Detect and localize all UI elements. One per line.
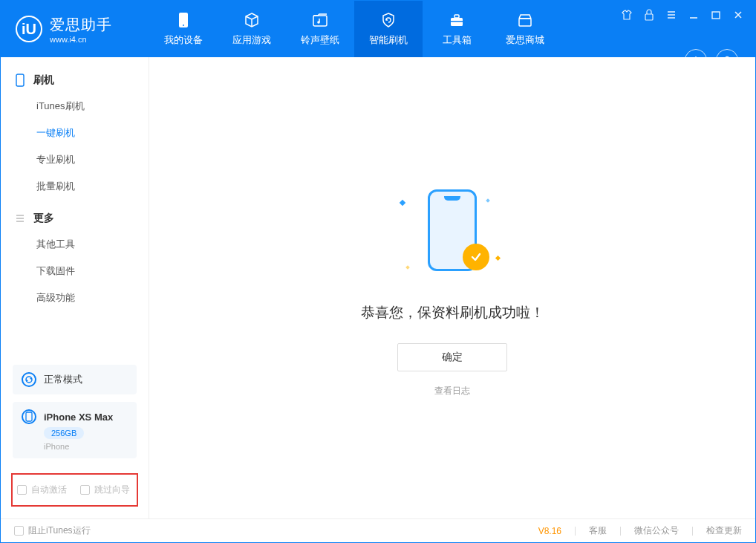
- sidebar-nav: 刷机 iTunes刷机 一键刷机 专业刷机 批量刷机 更多 其他工具 下载固件 …: [1, 57, 149, 357]
- sparkle-icon: [486, 198, 490, 203]
- device-name: iPhone XS Max: [44, 412, 113, 423]
- app-window: iU 爱思助手 www.i4.cn 我的设备 应用游戏 铃声壁纸 智能刷机: [0, 0, 756, 543]
- group-label: 更多: [33, 212, 54, 225]
- shirt-icon[interactable]: [619, 7, 635, 23]
- device-card[interactable]: iPhone XS Max 256GB iPhone: [13, 402, 137, 458]
- tab-label: 我的设备: [164, 33, 203, 47]
- svg-rect-6: [451, 21, 463, 22]
- logo-area: iU 爱思助手 www.i4.cn: [1, 1, 149, 57]
- ok-button[interactable]: 确定: [397, 343, 507, 371]
- device-phone-icon: [22, 409, 36, 424]
- svg-rect-2: [313, 16, 327, 26]
- sub-one-click-flash[interactable]: 一键刷机: [1, 120, 149, 146]
- tab-label: 爱思商城: [506, 33, 544, 47]
- body: 刷机 iTunes刷机 一键刷机 专业刷机 批量刷机 更多 其他工具 下载固件 …: [1, 57, 755, 518]
- group-more[interactable]: 更多: [1, 206, 149, 231]
- footer: 阻止iTunes运行 V8.16 客服 微信公众号 检查更新: [1, 518, 755, 542]
- sidebar-devices: 正常模式 iPhone XS Max 256GB iPhone: [1, 357, 149, 466]
- phone-outline-icon: [14, 74, 26, 86]
- sub-other-tools[interactable]: 其他工具: [1, 231, 149, 258]
- mode-label: 正常模式: [44, 373, 82, 386]
- sub-pro-flash[interactable]: 专业刷机: [1, 146, 149, 173]
- checkbox-label: 跳过向导: [94, 484, 130, 496]
- sparkle-icon: [495, 256, 501, 261]
- device-storage-badge: 256GB: [44, 427, 84, 439]
- checkbox-icon: [14, 526, 24, 536]
- tab-apps[interactable]: 应用游戏: [218, 1, 286, 57]
- tab-store[interactable]: 爱思商城: [491, 1, 559, 57]
- checkbox-label: 自动激活: [31, 484, 67, 496]
- svg-rect-7: [519, 19, 531, 26]
- sub-advanced[interactable]: 高级功能: [1, 284, 149, 311]
- logo-badge-icon: iU: [16, 16, 42, 42]
- logo-title: 爱思助手: [50, 15, 112, 35]
- skip-guide-checkbox[interactable]: 跳过向导: [80, 484, 130, 496]
- support-link[interactable]: 客服: [589, 524, 607, 537]
- store-icon: [516, 11, 534, 29]
- checkbox-label: 阻止iTunes运行: [28, 524, 91, 537]
- sub-itunes-flash[interactable]: iTunes刷机: [1, 93, 149, 120]
- wechat-link[interactable]: 微信公众号: [634, 524, 679, 537]
- svg-rect-9: [712, 12, 720, 19]
- sub-batch-flash[interactable]: 批量刷机: [1, 173, 149, 200]
- maximize-button[interactable]: [708, 7, 724, 23]
- cube-icon: [243, 11, 261, 29]
- tab-my-device[interactable]: 我的设备: [149, 1, 218, 57]
- group-label: 刷机: [33, 74, 54, 87]
- top-tabs: 我的设备 应用游戏 铃声壁纸 智能刷机 工具箱 爱思商城: [149, 1, 559, 57]
- menu-icon[interactable]: [663, 7, 680, 23]
- header: iU 爱思助手 www.i4.cn 我的设备 应用游戏 铃声壁纸 智能刷机: [1, 1, 755, 57]
- divider: [620, 527, 621, 536]
- list-icon: [14, 212, 26, 224]
- shield-refresh-icon: [379, 11, 397, 29]
- lock-icon[interactable]: [641, 7, 657, 23]
- tab-label: 智能刷机: [369, 33, 408, 47]
- header-controls: [619, 1, 755, 57]
- svg-point-1: [183, 25, 184, 26]
- success-illustration: [385, 178, 519, 282]
- svg-rect-12: [26, 412, 32, 421]
- tab-ringtones[interactable]: 铃声壁纸: [286, 1, 354, 57]
- svg-rect-8: [645, 14, 653, 20]
- checkbox-icon: [17, 485, 27, 495]
- toolbox-icon: [448, 11, 466, 29]
- main-content: 恭喜您，保资料刷机成功啦！ 确定 查看日志: [149, 57, 755, 518]
- sidebar: 刷机 iTunes刷机 一键刷机 专业刷机 批量刷机 更多 其他工具 下载固件 …: [1, 57, 149, 518]
- sparkle-icon: [400, 200, 405, 206]
- options-highlight-box: 自动激活 跳过向导: [11, 473, 138, 507]
- block-itunes-checkbox[interactable]: 阻止iTunes运行: [14, 524, 91, 537]
- check-update-link[interactable]: 检查更新: [706, 524, 742, 537]
- checkbox-icon: [80, 485, 90, 495]
- divider: [575, 527, 576, 536]
- device-type: iPhone: [44, 442, 69, 451]
- check-badge-icon: [463, 244, 489, 270]
- logo-subtitle: www.i4.cn: [50, 35, 112, 44]
- tab-label: 工具箱: [443, 33, 472, 47]
- group-flash[interactable]: 刷机: [1, 68, 149, 93]
- view-log-link[interactable]: 查看日志: [434, 385, 470, 397]
- sparkle-icon: [405, 265, 410, 270]
- version-label: V8.16: [538, 526, 561, 536]
- tab-flash[interactable]: 智能刷机: [354, 1, 423, 57]
- music-folder-icon: [311, 11, 329, 29]
- mode-card[interactable]: 正常模式: [13, 365, 137, 394]
- close-button[interactable]: [730, 7, 746, 23]
- sync-icon: [22, 372, 36, 387]
- phone-icon: [175, 11, 192, 29]
- sub-download-firmware[interactable]: 下载固件: [1, 258, 149, 284]
- svg-point-3: [317, 21, 320, 24]
- auto-activate-checkbox[interactable]: 自动激活: [17, 484, 67, 496]
- svg-rect-5: [454, 15, 459, 18]
- tab-label: 应用游戏: [232, 33, 271, 47]
- success-title: 恭喜您，保资料刷机成功啦！: [361, 303, 544, 322]
- footer-right: V8.16 客服 微信公众号 检查更新: [538, 524, 742, 537]
- tab-label: 铃声壁纸: [301, 33, 339, 47]
- svg-rect-11: [16, 74, 24, 86]
- tab-toolbox[interactable]: 工具箱: [423, 1, 491, 57]
- divider: [692, 527, 693, 536]
- minimize-button[interactable]: [685, 7, 702, 23]
